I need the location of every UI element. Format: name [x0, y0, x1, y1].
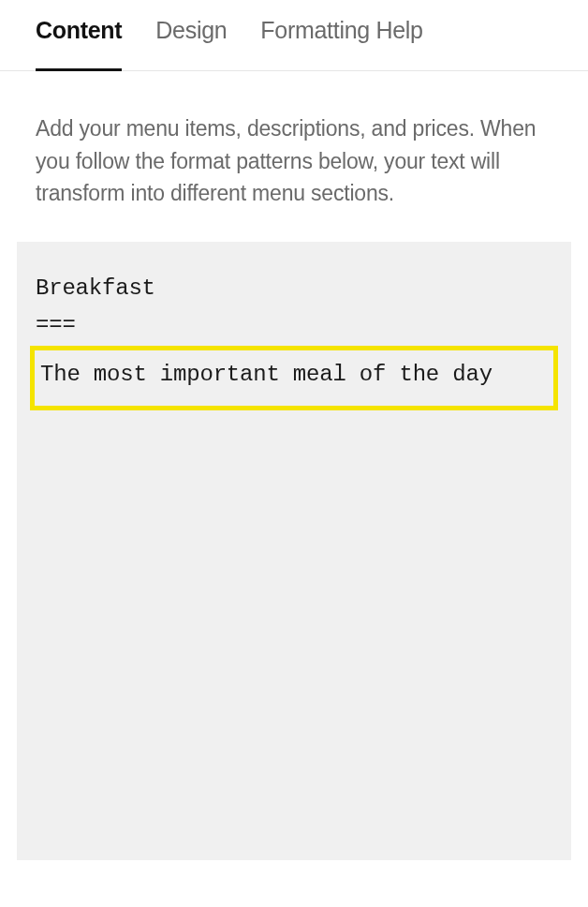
tab-design[interactable]: Design [155, 17, 227, 70]
editor-line-separator: === [36, 306, 552, 344]
content-editor[interactable]: Breakfast === The most important meal of… [17, 242, 571, 860]
editor-line-title: Breakfast [36, 270, 552, 307]
editor-line-description: The most important meal of the day [40, 356, 548, 394]
tab-bar: Content Design Formatting Help [0, 0, 588, 71]
instructions-text: Add your menu items, descriptions, and p… [0, 71, 588, 238]
highlight-annotation: The most important meal of the day [30, 346, 558, 411]
tab-formatting-help[interactable]: Formatting Help [260, 17, 422, 70]
editor-content: Breakfast === The most important meal of… [36, 270, 552, 411]
tab-content[interactable]: Content [36, 17, 122, 70]
